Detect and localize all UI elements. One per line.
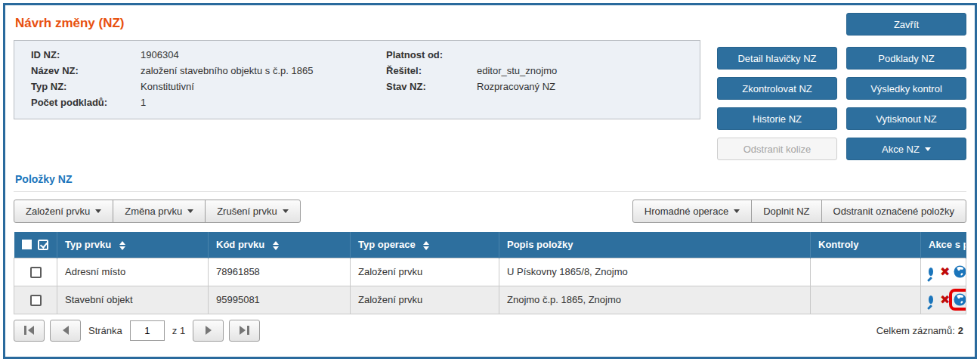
chevron-down-icon bbox=[283, 209, 289, 213]
items-toolbar: Založení prvku Změna prvku Zrušení prvku… bbox=[14, 200, 966, 223]
cell-kod-prvku: 78961858 bbox=[209, 258, 351, 286]
previous-page-button[interactable] bbox=[50, 320, 81, 342]
last-page-button[interactable] bbox=[229, 320, 260, 342]
info-label-platnost-od: Platnost od: bbox=[386, 48, 477, 62]
info-value-id-nz: 1906304 bbox=[141, 48, 179, 62]
cell-typ-operace: Založení prvku bbox=[351, 258, 499, 286]
info-value-typ-nz: Konstitutivní bbox=[141, 80, 194, 94]
zruseni-prvku-label: Zrušení prvku bbox=[217, 206, 277, 217]
row-checkbox[interactable] bbox=[30, 295, 42, 306]
row-checkbox[interactable] bbox=[30, 267, 42, 278]
map-globe-icon[interactable] bbox=[954, 293, 966, 306]
zalozeni-prvku-label: Založení prvku bbox=[26, 206, 90, 217]
zalozeni-prvku-dropdown-button[interactable]: Založení prvku bbox=[14, 200, 113, 223]
info-label-pocet-podkladu: Počet podkladů: bbox=[31, 96, 141, 110]
table-header-row: Typ prvku Kód prvku Typ operace Popis po… bbox=[14, 232, 966, 258]
checked-checkbox-icon[interactable] bbox=[38, 240, 48, 250]
info-value-pocet-podkladu: 1 bbox=[141, 96, 146, 110]
kod-prvku-header-label: Kód prvku bbox=[216, 239, 264, 250]
info-column-left: ID NZ: 1906304 Název NZ: založení staveb… bbox=[31, 48, 386, 110]
delete-x-icon[interactable]: ✖ bbox=[940, 266, 950, 278]
info-label-id-nz: ID NZ: bbox=[31, 48, 141, 62]
historie-nz-button[interactable]: Historie NZ bbox=[717, 107, 837, 130]
podklady-nz-button[interactable]: Podklady NZ bbox=[846, 47, 966, 70]
close-button[interactable]: Zavřít bbox=[846, 13, 966, 36]
page-title: Návrh změny (NZ) bbox=[15, 16, 700, 31]
typ-operace-header-label: Typ operace bbox=[358, 239, 416, 250]
info-label-typ-nz: Typ NZ: bbox=[31, 80, 141, 94]
select-all-header-cell bbox=[14, 232, 57, 258]
vytisknout-nz-button[interactable]: Vytisknout NZ bbox=[846, 107, 966, 130]
hromadne-operace-label: Hromadné operace bbox=[645, 206, 728, 217]
column-header-kontroly: Kontroly bbox=[811, 232, 921, 258]
cell-popis-polozky: U Pískovny 1865/8, Znojmo bbox=[499, 258, 811, 286]
kontroly-header-label: Kontroly bbox=[818, 239, 858, 250]
sort-icon bbox=[423, 241, 429, 250]
sort-icon bbox=[273, 241, 279, 250]
table-footer: Stránka z 1 Celkem záznamů:2 bbox=[14, 320, 966, 342]
total-records-value: 2 bbox=[958, 325, 963, 336]
row-select-cell bbox=[14, 286, 57, 314]
detail-magnifier-icon[interactable] bbox=[929, 268, 933, 276]
next-page-button[interactable] bbox=[193, 320, 224, 342]
sort-icon bbox=[119, 241, 125, 250]
akce-nz-dropdown-button[interactable]: Akce NZ bbox=[846, 138, 966, 160]
items-table: Typ prvku Kód prvku Typ operace Popis po… bbox=[14, 232, 966, 314]
map-globe-icon[interactable] bbox=[954, 265, 966, 278]
column-header-kod-prvku[interactable]: Kód prvku bbox=[209, 232, 351, 258]
cell-typ-prvku: Adresní místo bbox=[57, 258, 209, 286]
chevron-down-icon bbox=[187, 209, 193, 213]
odstranit-kolize-button[interactable]: Odstranit kolize bbox=[717, 138, 837, 160]
akce-nz-label: Akce NZ bbox=[882, 144, 920, 155]
page-word-label: Stránka bbox=[88, 325, 122, 336]
info-value-stav-nz: Rozpracovaný NZ bbox=[477, 80, 555, 94]
info-column-right: Platnost od: Řešitel: editor_stu_znojmo … bbox=[386, 48, 689, 110]
typ-prvku-header-label: Typ prvku bbox=[65, 239, 111, 250]
doplnit-nz-button[interactable]: Doplnit NZ bbox=[751, 200, 821, 223]
cell-typ-prvku: Stavební objekt bbox=[57, 286, 209, 314]
select-all-checkbox[interactable] bbox=[22, 240, 32, 249]
total-records: Celkem záznamů:2 bbox=[876, 325, 966, 336]
top-area: Návrh změny (NZ) ID NZ: 1906304 Název NZ… bbox=[14, 13, 966, 160]
pagination: Stránka z 1 bbox=[14, 320, 265, 342]
chevron-down-icon bbox=[925, 147, 931, 151]
cell-akce: ✖ bbox=[921, 258, 966, 286]
detail-hlavicky-nz-button[interactable]: Detail hlavičky NZ bbox=[717, 47, 837, 70]
column-header-popis-polozky: Popis položky bbox=[499, 232, 811, 258]
cell-popis-polozky: Znojmo č.p. 1865, Znojmo bbox=[499, 286, 811, 314]
info-label-stav-nz: Stav NZ: bbox=[386, 80, 477, 94]
column-header-typ-operace[interactable]: Typ operace bbox=[351, 232, 499, 258]
vysledky-kontrol-button[interactable]: Výsledky kontrol bbox=[846, 77, 966, 100]
cell-akce: ✖ bbox=[921, 286, 966, 314]
table-row: Adresní místo 78961858 Založení prvku U … bbox=[14, 258, 966, 286]
hromadne-operace-dropdown-button[interactable]: Hromadné operace bbox=[632, 200, 752, 223]
section-divider bbox=[14, 191, 966, 192]
column-header-akce: Akce s položkou bbox=[921, 232, 966, 258]
cell-typ-operace: Založení prvku bbox=[351, 286, 499, 314]
row-select-cell bbox=[14, 258, 57, 286]
zruseni-prvku-dropdown-button[interactable]: Zrušení prvku bbox=[205, 200, 300, 223]
cell-kod-prvku: 95995081 bbox=[209, 286, 351, 314]
info-value-nazev-nz: založení stavebního objektu s č.p. 1865 bbox=[141, 64, 313, 78]
detail-magnifier-icon[interactable] bbox=[929, 295, 933, 304]
akce-header-label: Akce s položkou bbox=[929, 239, 966, 250]
odstranit-oznacene-polozky-button[interactable]: Odstranit označené položky bbox=[821, 200, 966, 223]
popis-polozky-header-label: Popis položky bbox=[507, 239, 573, 250]
info-label-nazev-nz: Název NZ: bbox=[31, 64, 141, 78]
page-count-label: z 1 bbox=[172, 325, 185, 336]
delete-x-icon[interactable]: ✖ bbox=[940, 294, 950, 306]
toolbar-group-right: Hromadné operace Doplnit NZ Odstranit oz… bbox=[632, 200, 966, 223]
chevron-down-icon bbox=[734, 209, 740, 213]
items-section-heading: Položky NZ bbox=[15, 173, 966, 185]
zmena-prvku-dropdown-button[interactable]: Změna prvku bbox=[113, 200, 206, 223]
toolbar-group-left: Založení prvku Změna prvku Zrušení prvku bbox=[14, 200, 301, 223]
cell-kontroly bbox=[811, 258, 921, 286]
nz-info-box: ID NZ: 1906304 Název NZ: založení staveb… bbox=[14, 40, 700, 119]
zmena-prvku-label: Změna prvku bbox=[125, 206, 182, 217]
info-label-resitel: Řešitel: bbox=[386, 64, 477, 78]
page-number-input[interactable] bbox=[130, 320, 165, 341]
zkontrolovat-nz-button[interactable]: Zkontrolovat NZ bbox=[717, 77, 837, 100]
column-header-typ-prvku[interactable]: Typ prvku bbox=[57, 232, 209, 258]
total-records-label: Celkem záznamů: bbox=[876, 325, 955, 336]
first-page-button[interactable] bbox=[14, 320, 45, 342]
